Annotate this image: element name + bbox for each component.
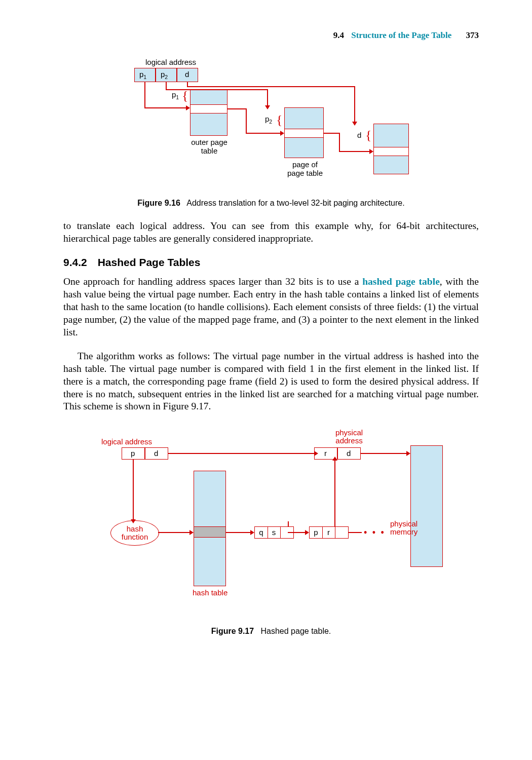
fig917-hf-to-ht: [158, 532, 189, 533]
fig916-p2-vdown: [267, 89, 268, 105]
fig916-d-v0: [187, 82, 188, 86]
fig916-frame-row: [373, 147, 409, 156]
fig916-d-h: [187, 86, 354, 87]
fig916-inner-label1: page of: [282, 160, 328, 169]
fig916-caption: Figure 9.16 Address translation for a tw…: [63, 199, 479, 208]
fig916-inner-label2: page table: [282, 169, 328, 177]
fig917-pa-to-mem: [361, 453, 406, 454]
fig917-hash-function: hashfunction: [110, 520, 159, 546]
fig916-brace-p1: {: [182, 88, 188, 103]
fig916-out-v1: [246, 108, 247, 133]
section-number: 9.4: [333, 30, 344, 40]
fig916-brace-d: {: [365, 128, 371, 143]
fig916-outer-label1: outer page: [188, 138, 231, 146]
fig916-caption-text: Address translation for a two-level 32-b…: [186, 199, 404, 207]
fig917-caption: Figure 9.17 Hashed page table.: [63, 627, 479, 636]
fig916-out-h2: [246, 133, 280, 134]
fig916-out-h1: [227, 108, 246, 109]
figure-9-17: logical address p d physical address r d…: [63, 425, 479, 636]
fig916-inn-h2: [339, 151, 369, 152]
fig916-outer-label2: table: [188, 146, 231, 155]
section-title: Structure of the Page Table: [351, 30, 451, 40]
fig917-logaddr-d-text: d: [154, 449, 158, 458]
fig917-phys-label2: address: [331, 436, 367, 445]
fig916-p1-vline: [144, 82, 145, 107]
fig917-physical-memory: [410, 445, 443, 567]
fig916-inner-selected: [284, 129, 324, 138]
paragraph-1: to translate each logical address. You c…: [63, 220, 479, 245]
fig916-d-vdown: [354, 86, 355, 122]
fig916-p2-v: [166, 82, 167, 89]
fig917-physmem-label2: memory: [390, 527, 412, 536]
fig917-physaddr-r-text: r: [324, 449, 327, 458]
figure-9-16: logical address p1 p2 d { p1 outer page …: [63, 58, 479, 208]
fig916-d-label: d: [357, 131, 361, 139]
paragraph-2: One approach for handling address spaces…: [63, 276, 479, 339]
fig917-physaddr-d-text: d: [347, 449, 351, 458]
fig916-inn-v1: [339, 133, 340, 151]
fig917-phys-label1: physical: [331, 428, 367, 437]
page-number: 373: [466, 30, 479, 40]
fig917-hash-bucket: [194, 526, 226, 538]
fig916-caption-label: Figure 9.16: [137, 199, 180, 207]
fig917-caption-text: Hashed page table.: [261, 627, 331, 635]
fig917-d-hline: [168, 453, 314, 454]
fig916-outer-selected-row: [190, 104, 227, 113]
fig917-logical-label: logical address: [101, 437, 152, 446]
fig916-p1-hline: [144, 107, 186, 108]
subsection-heading: 9.4.2 Hashed Page Tables: [63, 256, 479, 269]
paragraph-3: The algorithm works as follows: The virt…: [63, 350, 479, 413]
fig917-logaddr-p-text: p: [131, 449, 135, 458]
fig916-p2-h: [166, 89, 267, 90]
fig916-logical-address-label: logical address: [145, 58, 196, 66]
fig917-p-down: [133, 460, 134, 519]
fig916-inn-h1: [324, 133, 339, 134]
fig917-hash-table-label: hash table: [193, 588, 227, 597]
fig917-caption-label: Figure 9.17: [211, 627, 254, 635]
fig917-node2: pr: [309, 526, 349, 539]
fig917-n1-to-n2: [288, 532, 305, 533]
fig916-p2-label: p2: [265, 115, 272, 125]
fig916-d-text: d: [185, 70, 189, 79]
keyword-hashed-page-table: hashed page table: [362, 276, 440, 287]
fig917-r-up: [334, 461, 335, 526]
fig917-dots: • • •: [364, 527, 386, 538]
fig916-p2-text: p2: [161, 70, 168, 80]
fig917-physmem-label1: physical: [390, 519, 412, 528]
fig916-p1-label: p1: [172, 90, 179, 100]
fig917-ht-to-n1: [226, 532, 250, 533]
fig916-brace-p2: {: [276, 112, 282, 128]
fig917-n2-ptr: [349, 532, 362, 533]
running-head: 9.4 Structure of the Page Table 373: [63, 30, 479, 41]
fig917-n1-ptr-v: [288, 521, 289, 526]
para2-pre: One approach for handling address spaces…: [63, 276, 362, 287]
fig916-p1-text: p1: [139, 70, 146, 80]
